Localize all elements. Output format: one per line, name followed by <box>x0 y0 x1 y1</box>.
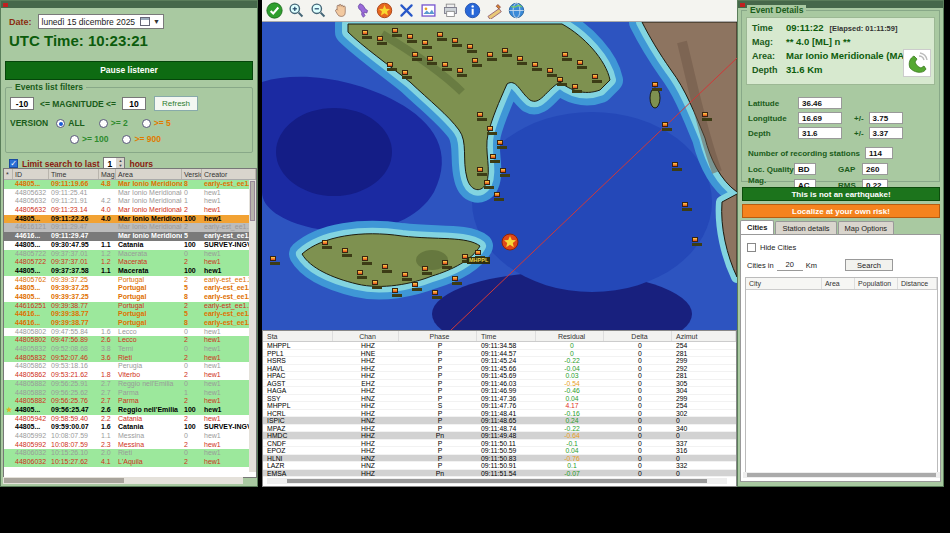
radio-icon[interactable] <box>99 119 108 128</box>
event-row[interactable]: 4480586209:53:18.16Perugia0hew1 <box>4 362 256 371</box>
station-marker[interactable] <box>270 256 276 261</box>
station-marker[interactable] <box>577 60 583 65</box>
event-row[interactable]: 4480603210:15:27.624.1L'Aquila2hew1 <box>4 458 256 467</box>
station-marker[interactable] <box>377 36 383 41</box>
localize-button[interactable]: Localize at your own risk! <box>742 204 940 218</box>
station-marker[interactable] <box>392 288 398 293</box>
event-row[interactable]: 4480563209:11:23.144.0Mar Ionio Meridion… <box>4 206 256 215</box>
event-row[interactable]: 4480583209:52:08.683.8Terni0hew1 <box>4 345 256 354</box>
depth-field[interactable]: 31.6 <box>798 127 842 139</box>
delete-icon[interactable] <box>397 1 416 20</box>
phase-row[interactable]: CNDFHHZP09:11:50.11-0.10337 <box>263 440 736 448</box>
event-row[interactable]: 4480599210:08:07.591.1Messina0hew1 <box>4 432 256 441</box>
phase-row[interactable]: MHPPLHHZS09:11:47.764.170254 <box>263 402 736 410</box>
station-marker[interactable] <box>442 260 448 265</box>
station-marker[interactable] <box>362 30 368 35</box>
event-row[interactable]: 44805...09:39:37.25Portugal5early-est_ee… <box>4 284 256 293</box>
station-marker[interactable] <box>457 68 463 73</box>
epicenter-marker[interactable] <box>501 233 519 251</box>
cities-horizontal-scrollbar[interactable] <box>743 472 940 478</box>
station-marker[interactable] <box>662 122 668 127</box>
station-marker[interactable] <box>442 62 448 67</box>
event-row[interactable]: 4480563209:11:21.914.2Mar Ionio Meridion… <box>4 197 256 206</box>
phone-call-icon[interactable] <box>903 49 931 77</box>
phase-row[interactable]: HCRLHHZP09:11:48.41-0.160302 <box>263 410 736 418</box>
event-row[interactable]: 4480576209:39:37.25Portugal2early-est_ee… <box>4 276 256 285</box>
event-row[interactable]: 44805...09:37:37.581.1Macerata100hew1 <box>4 267 256 276</box>
limit-search-checkbox[interactable]: ✓ <box>9 159 18 168</box>
events-horizontal-scrollbar[interactable] <box>3 477 243 484</box>
station-marker[interactable] <box>387 62 393 67</box>
version-option-2[interactable]: >= 2 <box>99 118 128 128</box>
event-row[interactable]: ►44805...09:11:22.264.0Mar Ionio Meridio… <box>4 215 256 224</box>
station-marker[interactable] <box>437 32 443 37</box>
station-marker[interactable] <box>322 240 328 245</box>
station-marker[interactable] <box>562 52 568 57</box>
station-marker[interactable] <box>412 52 418 57</box>
version-option-5[interactable]: >= 5 <box>142 118 171 128</box>
phase-row[interactable]: EMSAHHZPn09:11:51.54-0.0700 <box>263 470 736 478</box>
radio-icon[interactable] <box>56 119 65 128</box>
event-row[interactable]: 44805...09:11:19.664.8Mar Ionio Meridion… <box>4 180 256 189</box>
event-row[interactable]: 4480580209:47:56.892.6Lecco2hew1 <box>4 336 256 345</box>
cities-km-input[interactable]: 20 <box>777 260 803 271</box>
snapshot-icon[interactable] <box>419 1 438 20</box>
phase-row[interactable]: MPAZHHZP09:11:48.74-0.220340 <box>263 425 736 433</box>
event-row[interactable]: 4480572209:37:37.011.2Macerata2hew1 <box>4 258 256 267</box>
phase-row[interactable]: PPL1HNEP09:11:44.5700281 <box>263 350 736 358</box>
event-row[interactable]: 4480583209:52:07.463.6Rieti2hew1 <box>4 354 256 363</box>
station-marker[interactable] <box>402 272 408 277</box>
station-marker[interactable] <box>557 77 563 82</box>
station-marker[interactable] <box>692 237 698 242</box>
phase-row[interactable]: HSRSHHZP09:11:45.24-0.220299 <box>263 357 736 365</box>
phase-row[interactable]: HPACHHZP09:11:45.690.030281 <box>263 372 736 380</box>
phase-row[interactable]: SSYHNZP09:11:47.360.040299 <box>263 395 736 403</box>
star-icon[interactable] <box>375 1 394 20</box>
station-marker[interactable] <box>422 266 428 271</box>
tab-map-options[interactable]: Map Options <box>838 221 895 234</box>
info-icon[interactable] <box>463 1 482 20</box>
event-row[interactable]: 44805...09:59:00.071.6Catania100SURVEY-I… <box>4 423 256 432</box>
tab-cities[interactable]: Cities <box>740 220 774 234</box>
station-marker[interactable] <box>477 112 483 117</box>
globe-icon[interactable] <box>507 1 526 20</box>
phase-row[interactable]: HAGAHHZP09:11:46.99-0.460304 <box>263 387 736 395</box>
refresh-button[interactable]: Refresh <box>154 96 198 111</box>
pause-listener-button[interactable]: Pause listener <box>5 61 253 80</box>
station-marker[interactable] <box>362 256 368 261</box>
event-row[interactable]: 44616...09:39:38.77Portugal8early-est_ee… <box>4 319 256 328</box>
event-row[interactable]: 44616...09:11:29.47Mar Ionio Meridional.… <box>4 232 256 241</box>
confirm-icon[interactable] <box>265 1 284 20</box>
station-marker[interactable] <box>547 68 553 73</box>
radio-icon[interactable] <box>122 135 131 144</box>
station-marker[interactable] <box>592 74 598 79</box>
station-marker[interactable] <box>392 28 398 33</box>
station-marker[interactable] <box>484 180 490 185</box>
station-marker[interactable] <box>422 40 428 45</box>
phase-row[interactable]: AGSTEHZP09:11:46.03-0.540305 <box>263 380 736 388</box>
event-row[interactable]: 4480572209:37:37.011.2Macerata0hew1 <box>4 250 256 259</box>
phase-row[interactable]: HAVLHHZP09:11:45.66-0.040292 <box>263 365 736 373</box>
station-marker[interactable] <box>472 58 478 63</box>
phase-row[interactable]: EPOZHHZP09:11:50.590.040316 <box>263 447 736 455</box>
phase-row[interactable]: HLNIHNZP09:11:50.83-0.7600 <box>263 455 736 463</box>
station-marker[interactable] <box>372 280 378 285</box>
station-marker[interactable] <box>490 154 496 159</box>
station-marker[interactable] <box>497 140 503 145</box>
station-marker[interactable] <box>452 38 458 43</box>
event-row[interactable]: 44616...09:39:38.77Portugal5early-est_ee… <box>4 310 256 319</box>
event-row[interactable]: 4480580209:47:55.841.6Lecco0hew1 <box>4 328 256 337</box>
station-marker[interactable] <box>487 126 493 131</box>
station-marker[interactable] <box>702 112 708 117</box>
station-marker[interactable] <box>652 82 658 87</box>
phase-row[interactable]: LAZRHNZP09:11:50.910.10332 <box>263 462 736 470</box>
tab-station-details[interactable]: Station details <box>775 221 836 234</box>
station-marker[interactable] <box>672 162 678 167</box>
hide-cities-checkbox[interactable]: ✓ <box>747 243 756 252</box>
station-marker[interactable] <box>407 34 413 39</box>
measure-icon[interactable] <box>485 1 504 20</box>
station-marker[interactable] <box>342 248 348 253</box>
event-row[interactable]: 4480599210:08:07.592.3Messina2hew1 <box>4 441 256 450</box>
station-marker[interactable] <box>500 168 506 173</box>
magnitude-max-input[interactable]: 10 <box>122 97 146 110</box>
